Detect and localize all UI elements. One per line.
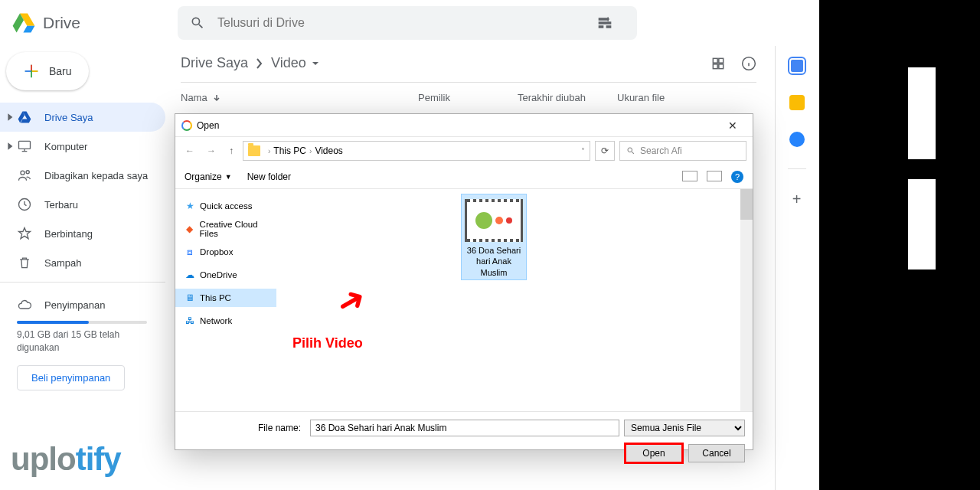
svg-point-12: [21, 171, 24, 175]
view-mode-icon[interactable]: [682, 171, 697, 181]
drive-icon: [17, 109, 32, 125]
path-input[interactable]: › This PC › Videos ˅: [243, 141, 590, 161]
nav: Drive Saya Komputer Dibagikan kepada say…: [0, 103, 165, 277]
watermark: uplotify: [11, 441, 121, 478]
new-button-label: Baru: [49, 65, 72, 77]
svg-point-13: [26, 171, 29, 174]
dialog-footer: File name: Semua Jenis File Open Cancel: [175, 411, 753, 470]
trash-icon: [17, 255, 32, 270]
plus-icon: [23, 63, 40, 80]
search-input[interactable]: [217, 16, 597, 30]
sidebar-item-trash[interactable]: Sampah: [0, 248, 165, 277]
column-name[interactable]: Nama: [181, 92, 418, 103]
svg-rect-11: [19, 141, 31, 149]
organize-button[interactable]: Organize▼: [185, 172, 232, 182]
shared-icon: [17, 168, 32, 183]
sidebar-item-label: Komputer: [44, 141, 87, 152]
file-open-dialog: Open ✕ ← → ↑ › This PC › Videos ˅ ⟳ Sear…: [175, 113, 753, 450]
tree-creative-cloud[interactable]: ◆Creative Cloud Files: [175, 220, 276, 238]
column-owner[interactable]: Pemilik: [418, 92, 518, 103]
help-icon[interactable]: ?: [731, 171, 743, 183]
search-icon: [626, 146, 635, 155]
svg-rect-17: [713, 64, 717, 68]
chrome-icon: [181, 120, 192, 131]
search-bar[interactable]: [178, 6, 637, 40]
dialog-nav: ← → ↑ › This PC › Videos ˅ ⟳ Search Afi: [175, 137, 753, 165]
cancel-button[interactable]: Cancel: [688, 444, 745, 462]
column-size[interactable]: Ukuran file: [617, 92, 756, 103]
tree-quick-access[interactable]: ★Quick access: [175, 197, 276, 215]
sidebar-item-my-drive[interactable]: Drive Saya: [0, 103, 165, 132]
folder-icon: [248, 145, 260, 156]
annotation-label: Pilih Video: [292, 335, 363, 351]
sidebar-item-label: Terbaru: [44, 199, 78, 211]
black-overlay: [819, 0, 980, 490]
dialog-toolbar: Organize▼ New folder ?: [175, 165, 753, 189]
video-thumbnail: [465, 199, 523, 242]
new-button[interactable]: Baru: [6, 52, 89, 90]
drive-icon: [12, 12, 35, 34]
tree-network[interactable]: 🖧Network: [175, 312, 276, 330]
keep-app-icon[interactable]: [789, 95, 805, 110]
storage-text: 9,01 GB dari 15 GB telah digunakan: [17, 328, 150, 354]
drive-logo-wrap[interactable]: Drive: [12, 12, 178, 34]
up-icon[interactable]: ↑: [224, 145, 238, 156]
file-type-select[interactable]: Semua Jenis File: [624, 420, 745, 436]
logo-text: Drive: [43, 14, 80, 32]
chevron-right-icon: [256, 57, 263, 70]
sidebar-item-label: Dibagikan kepada saya: [44, 170, 148, 181]
star-icon: [17, 226, 32, 241]
forward-icon[interactable]: →: [203, 145, 220, 156]
sidebar-item-storage[interactable]: Penyimpanan: [17, 290, 150, 319]
refresh-icon[interactable]: ⟳: [595, 141, 615, 161]
file-name-input[interactable]: [310, 420, 619, 436]
buy-storage-button[interactable]: Beli penyimpanan: [17, 365, 125, 390]
computer-icon: [17, 139, 32, 154]
info-icon[interactable]: [741, 56, 756, 71]
table-header: Nama Pemilik Terakhir diubah Ukuran file: [181, 83, 756, 113]
side-panel: +: [775, 46, 818, 490]
caret-icon: [6, 142, 15, 151]
tree-dropbox[interactable]: ⧈Dropbox: [175, 243, 276, 261]
calendar-app-icon[interactable]: [789, 58, 805, 74]
breadcrumb-segment[interactable]: Video: [271, 55, 306, 71]
open-button[interactable]: Open: [626, 444, 682, 462]
file-item[interactable]: 36 Doa Sehari hari Anak Muslim: [461, 194, 527, 280]
breadcrumb: Drive Saya Video: [181, 49, 756, 80]
breadcrumb-segment[interactable]: Drive Saya: [181, 55, 248, 71]
sidebar-item-label: Sampah: [44, 257, 81, 269]
grid-view-icon[interactable]: [710, 56, 726, 71]
svg-rect-18: [719, 64, 724, 68]
storage-bar: [17, 321, 147, 324]
svg-rect-16: [719, 58, 724, 63]
arrow-down-icon: [212, 93, 221, 103]
tasks-app-icon[interactable]: [789, 132, 805, 147]
search-icon: [190, 15, 205, 31]
scrollbar[interactable]: [740, 189, 753, 411]
file-name-label: File name:: [183, 423, 305, 433]
sidebar-item-shared[interactable]: Dibagikan kepada saya: [0, 161, 165, 190]
back-icon[interactable]: ←: [181, 145, 198, 156]
sidebar-item-starred[interactable]: Berbintang: [0, 219, 165, 248]
chevron-down-icon[interactable]: [311, 59, 320, 68]
sidebar-item-computers[interactable]: Komputer: [0, 132, 165, 161]
tree-this-pc[interactable]: 🖥This PC: [175, 289, 276, 307]
dialog-search[interactable]: Search Afi: [619, 141, 746, 161]
svg-rect-15: [713, 58, 717, 63]
file-name: 36 Doa Sehari hari Anak Muslim: [463, 245, 524, 278]
tree-onedrive[interactable]: ☁OneDrive: [175, 266, 276, 284]
sidebar-item-label: Berbintang: [44, 228, 93, 240]
close-icon[interactable]: ✕: [719, 119, 746, 132]
sidebar-item-recent[interactable]: Terbaru: [0, 190, 165, 219]
preview-pane-icon[interactable]: [707, 171, 722, 181]
new-folder-button[interactable]: New folder: [247, 172, 291, 182]
storage-label: Penyimpanan: [44, 299, 106, 311]
column-modified[interactable]: Terakhir diubah: [518, 92, 617, 103]
search-options-icon[interactable]: [597, 15, 612, 31]
sidebar: Baru Drive Saya Komputer Dibagikan kepad…: [0, 46, 165, 490]
caret-icon: [6, 113, 15, 122]
storage-section: Penyimpanan 9,01 GB dari 15 GB telah dig…: [0, 287, 165, 390]
add-app-icon[interactable]: +: [792, 191, 802, 208]
dialog-titlebar: Open ✕: [175, 114, 753, 137]
dialog-title: Open: [197, 120, 219, 131]
